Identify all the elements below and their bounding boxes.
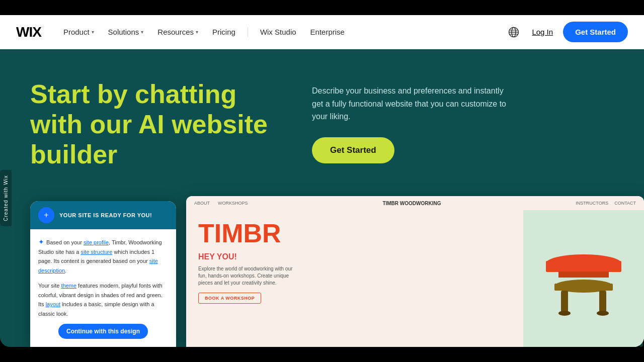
preview-topbar: ABOUT WORKSHOPS TIMBR WOODWORKING INSTRU…	[186, 196, 644, 210]
preview-nav-links: ABOUT WORKSHOPS	[194, 201, 248, 206]
chat-icon: +	[38, 207, 54, 223]
preview-body: TIMBR HEY YOU! Explore the world of wood…	[186, 210, 644, 347]
chevron-down-icon: ▾	[141, 29, 143, 35]
wooden-table-illustration	[533, 233, 634, 324]
book-workshop-button[interactable]: BOOK A WORKSHOP	[198, 293, 261, 304]
preview-nav-about: ABOUT	[194, 201, 210, 206]
nav-item-product[interactable]: Product ▾	[57, 24, 100, 40]
preview-brand-name: TIMBR WOODWORKING	[382, 201, 441, 206]
login-button[interactable]: Log In	[530, 24, 555, 40]
preview-description: Explore the world of woodworking with ou…	[198, 265, 299, 287]
website-preview-card: ABOUT WORKSHOPS TIMBR WOODWORKING INSTRU…	[186, 196, 644, 347]
preview-hey-text: HEY YOU!	[198, 252, 511, 261]
navbar: WIX Product ▾ Solutions ▾ Resources ▾ Pr…	[0, 15, 644, 49]
chat-header: + YOUR SITE IS READY FOR YOU!	[30, 201, 176, 229]
chat-header-text: YOUR SITE IS READY FOR YOU!	[59, 212, 152, 218]
nav-item-wix-studio[interactable]: Wix Studio	[254, 24, 302, 40]
hero-left: Start by chatting with our AI website bu…	[30, 79, 282, 190]
side-tab: Created with Wix	[0, 170, 12, 226]
svg-point-13	[597, 311, 609, 316]
hero-right: Describe your business and preferences a…	[282, 79, 614, 163]
svg-rect-11	[599, 291, 606, 313]
svg-point-12	[558, 311, 571, 316]
preview-content: TIMBR HEY YOU! Explore the world of wood…	[186, 210, 523, 347]
svg-rect-9	[554, 284, 613, 291]
nav-item-pricing[interactable]: Pricing	[206, 24, 242, 40]
chat-dot-icon: ✦	[38, 238, 46, 246]
hero-description: Describe your business and preferences a…	[312, 84, 513, 123]
preview-nav-right: INSTRUCTORS CONTACT	[576, 201, 636, 206]
preview-image	[523, 210, 644, 347]
nav-divider	[248, 27, 248, 37]
continue-design-button[interactable]: Continue with this design	[58, 324, 148, 339]
logo[interactable]: WIX	[16, 24, 41, 40]
svg-rect-7	[558, 272, 609, 278]
globe-icon[interactable]	[506, 24, 522, 40]
chevron-down-icon: ▾	[92, 29, 94, 35]
cards-area: + YOUR SITE IS READY FOR YOU! ✦ Based on…	[30, 196, 644, 347]
preview-nav-workshops: WORKSHOPS	[218, 201, 248, 206]
get-started-nav-button[interactable]: Get Started	[563, 22, 628, 42]
nav-item-enterprise[interactable]: Enterprise	[304, 24, 351, 40]
chat-message-1: ✦ Based on your site profile, Timbr, Woo…	[38, 237, 168, 275]
svg-rect-6	[546, 261, 621, 272]
preview-nav-instructors: INSTRUCTORS	[576, 201, 608, 206]
chevron-down-icon: ▾	[196, 29, 198, 35]
navbar-left: WIX Product ▾ Solutions ▾ Resources ▾ Pr…	[16, 24, 351, 40]
preview-brand-large: TIMBR	[198, 220, 511, 246]
chat-message-2: Your site theme features modern, playful…	[38, 281, 168, 318]
hero-title: Start by chatting with our AI website bu…	[30, 79, 282, 169]
hero-section: Created with Wix Start by chatting with …	[0, 49, 644, 347]
get-started-hero-button[interactable]: Get Started	[312, 137, 394, 163]
navbar-right: Log In Get Started	[506, 22, 628, 42]
nav-item-resources[interactable]: Resources ▾	[151, 24, 204, 40]
chat-card: + YOUR SITE IS READY FOR YOU! ✦ Based on…	[30, 201, 176, 347]
nav-items: Product ▾ Solutions ▾ Resources ▾ Pricin…	[57, 24, 351, 40]
svg-rect-10	[561, 291, 568, 313]
nav-item-solutions[interactable]: Solutions ▾	[102, 24, 150, 40]
preview-nav-contact: CONTACT	[614, 201, 636, 206]
chat-body: ✦ Based on your site profile, Timbr, Woo…	[30, 229, 176, 347]
